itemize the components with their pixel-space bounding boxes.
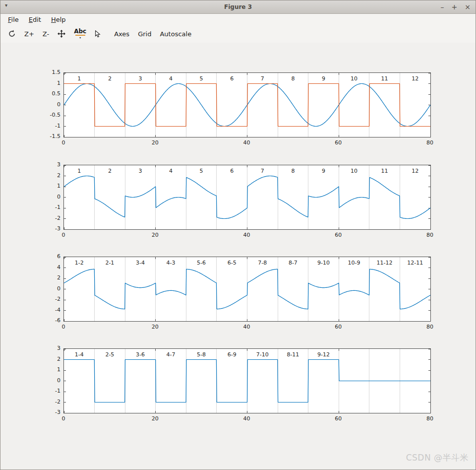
segment-label: 6-9 [217,351,247,358]
text-tool-label: Abc [74,28,86,34]
figure-window: ▾ Figure 3 – + × File Edit Help Z+ Z- [0,0,476,470]
x-tick-label: 60 [328,415,348,422]
watermark: CSDN @半斗米 [406,452,469,464]
menu-edit[interactable]: Edit [27,15,43,24]
menu-file[interactable]: File [6,15,20,24]
zoom-out-button[interactable]: Z- [39,28,53,40]
menubar: File Edit Help [0,14,476,25]
cursor-icon [95,30,101,38]
plots-layer: 123456789101112020406080-1.5-1-0.500.511… [0,43,476,470]
y-tick-label: -3 [39,409,60,415]
maximize-button[interactable]: + [452,0,458,13]
x-tick-label: 20 [145,415,165,422]
segment-label: 1-4 [64,351,94,358]
segment-label: 3-6 [125,351,155,358]
autoscale-button[interactable]: Autoscale [156,28,195,40]
segment-label: 4-7 [156,351,186,358]
chevron-down-icon: ▾ [79,36,81,39]
plot-curves [64,349,430,413]
y-tick-label: 2 [39,356,60,362]
window-controls: – + × [441,0,471,13]
toolbar: Z+ Z- Abc ▾ Axes Grid Autoscale [0,25,476,43]
text-tool-stack: Abc ▾ [74,28,86,39]
y-tick-label: -2 [39,399,60,405]
x-tick-label: 40 [237,415,257,422]
zoom-in-button[interactable]: Z+ [21,28,38,40]
x-tick-label: 0 [54,415,73,422]
segment-label: 8-11 [278,351,308,358]
rotate-tool-button[interactable] [4,28,19,40]
segment-label: 7-10 [247,351,277,358]
window-title: Figure 3 [224,3,252,10]
window-menu-icon[interactable]: ▾ [5,2,7,8]
x-tick-label: 80 [420,415,440,422]
segment-label: 2-5 [95,351,124,358]
axes-button[interactable]: Axes [111,28,133,40]
y-tick-label: -1 [39,388,60,394]
subplot-4: 1-42-53-64-75-86-97-108-119-12020406080-… [0,43,476,470]
pan-tool-button[interactable] [54,28,69,40]
delay_diff-curve [64,360,430,403]
rotate-icon [8,30,16,38]
segment-label: 5-8 [186,351,216,358]
y-tick-label: 0 [39,377,60,384]
titlebar: ▾ Figure 3 – + × [0,0,476,14]
text-tool-button[interactable]: Abc ▾ [70,26,90,41]
y-tick-label: 3 [39,345,60,351]
select-tool-button[interactable] [91,28,104,40]
close-button[interactable]: × [465,0,471,13]
menu-help[interactable]: Help [50,15,67,24]
figure-canvas: 123456789101112020406080-1.5-1-0.500.511… [0,43,476,470]
segment-label: 9-12 [309,351,339,358]
y-tick-label: 1 [39,366,60,373]
minimize-button[interactable]: – [441,0,444,13]
grid-button[interactable]: Grid [134,28,155,40]
axes-box[interactable]: 1-42-53-64-75-86-97-108-119-12 [63,348,431,413]
pan-icon [58,30,65,38]
